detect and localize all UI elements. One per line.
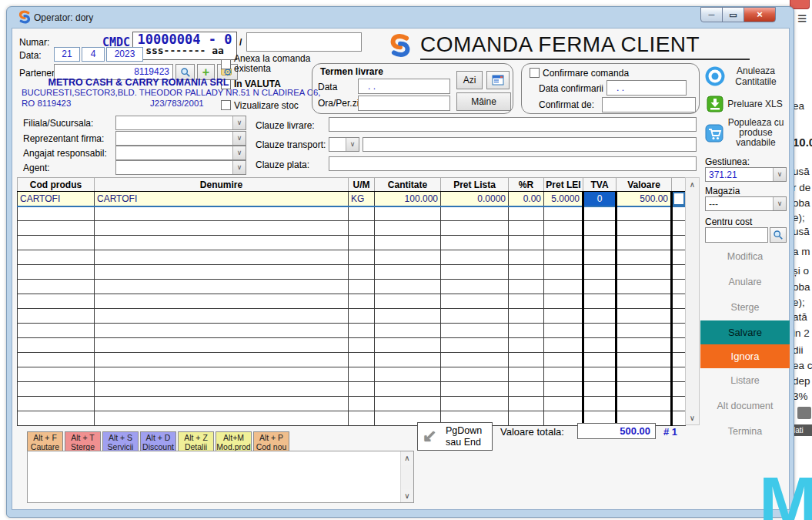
- grid-cell[interactable]: [441, 236, 509, 250]
- table-row[interactable]: [18, 338, 686, 353]
- grid-cell[interactable]: [617, 309, 672, 324]
- grid-cell[interactable]: [617, 367, 672, 382]
- grid-cell[interactable]: [18, 250, 95, 265]
- grid-cell[interactable]: [95, 382, 349, 397]
- grid-cell[interactable]: [349, 338, 375, 353]
- grid-cell[interactable]: [18, 367, 95, 382]
- grid-cell[interactable]: [509, 324, 544, 338]
- grid-cell[interactable]: [375, 250, 441, 265]
- grid-cell[interactable]: [672, 265, 686, 280]
- grid-cell[interactable]: [544, 353, 583, 367]
- action-alt-document[interactable]: Alt document: [700, 394, 790, 419]
- table-row[interactable]: [18, 309, 686, 324]
- column-header[interactable]: U/M: [349, 178, 375, 192]
- grid-cell[interactable]: [583, 367, 617, 382]
- grid-cell[interactable]: [583, 265, 617, 280]
- grid-cell[interactable]: [349, 236, 375, 250]
- grid-cell[interactable]: [349, 324, 375, 338]
- table-row[interactable]: [18, 367, 686, 382]
- grid-cell[interactable]: [95, 265, 349, 280]
- grid-cell[interactable]: [583, 221, 617, 236]
- grid-cell[interactable]: [441, 367, 509, 382]
- grid-cell[interactable]: [375, 236, 441, 250]
- azi-button[interactable]: Azi: [456, 71, 483, 89]
- grid-cell[interactable]: [544, 265, 583, 280]
- grid-cell[interactable]: [544, 280, 583, 294]
- grid-cell[interactable]: [349, 265, 375, 280]
- minimize-button[interactable]: ─: [700, 7, 723, 22]
- grid-cell[interactable]: [375, 265, 441, 280]
- grid-cell[interactable]: [441, 309, 509, 324]
- partner-search-button[interactable]: [175, 64, 195, 80]
- table-row[interactable]: [18, 250, 686, 265]
- grid-cell[interactable]: [583, 353, 617, 367]
- grid-cell[interactable]: [617, 294, 672, 309]
- grid-cell[interactable]: [544, 338, 583, 353]
- clauze-livrare-input[interactable]: [329, 117, 697, 132]
- grid-cell[interactable]: [544, 382, 583, 397]
- grid-cell[interactable]: [672, 280, 686, 294]
- grid-cell[interactable]: [441, 280, 509, 294]
- grid-cell[interactable]: [544, 397, 583, 411]
- grid-cell[interactable]: [509, 236, 544, 250]
- grid-cell[interactable]: [349, 411, 375, 426]
- grid-cell[interactable]: [441, 324, 509, 338]
- hotkey-sterge[interactable]: Alt + TSterge: [65, 431, 101, 452]
- grid-cell[interactable]: [349, 250, 375, 265]
- grid-cell[interactable]: [509, 265, 544, 280]
- grid-cell[interactable]: [509, 382, 544, 397]
- grid-cell[interactable]: [672, 294, 686, 309]
- grid-cell[interactable]: [375, 324, 441, 338]
- column-header[interactable]: Cantitate: [375, 178, 441, 192]
- column-header[interactable]: TVA: [583, 178, 617, 192]
- close-button[interactable]: ×: [743, 7, 776, 22]
- chevron-down-icon[interactable]: ∨: [232, 116, 246, 129]
- grid-cell[interactable]: [583, 382, 617, 397]
- grid-cell[interactable]: [544, 324, 583, 338]
- grid-cell[interactable]: 0.0000: [441, 192, 509, 206]
- grid-cell[interactable]: [95, 309, 349, 324]
- grid-cell[interactable]: [95, 367, 349, 382]
- grid-cell[interactable]: 500.00: [617, 192, 672, 206]
- column-header[interactable]: %R: [509, 178, 544, 192]
- grid-cell[interactable]: [18, 397, 95, 411]
- grid-cell[interactable]: [441, 397, 509, 411]
- grid-cell[interactable]: [583, 309, 617, 324]
- chevron-down-icon[interactable]: ∨: [232, 132, 246, 145]
- grid-cell[interactable]: [349, 382, 375, 397]
- grid-cell[interactable]: [18, 411, 95, 426]
- action-modifica[interactable]: Modifica: [700, 244, 790, 270]
- grid-cell[interactable]: [583, 338, 617, 353]
- grid-cell[interactable]: [349, 294, 375, 309]
- hamburger-menu-icon[interactable]: ≡: [797, 9, 807, 28]
- grid-cell[interactable]: 100.000: [375, 192, 441, 206]
- grid-cell[interactable]: [617, 382, 672, 397]
- grid-cell[interactable]: [18, 353, 95, 367]
- hotkey-discount[interactable]: Alt + DDiscount: [140, 431, 176, 452]
- action-ignora[interactable]: Ignora: [700, 344, 790, 368]
- grid-cell[interactable]: [672, 206, 686, 221]
- grid-cell[interactable]: [349, 221, 375, 236]
- grid-cell[interactable]: [441, 382, 509, 397]
- grid-cell[interactable]: [18, 338, 95, 353]
- grid-cell[interactable]: [544, 236, 583, 250]
- grid-cell[interactable]: [672, 221, 686, 236]
- grid-cell[interactable]: [375, 309, 441, 324]
- grid-cell[interactable]: CARTOFI: [95, 192, 349, 206]
- anexa-checkbox[interactable]: [221, 59, 231, 69]
- grid-cell[interactable]: [18, 382, 95, 397]
- centru-cost-input[interactable]: [705, 227, 768, 243]
- table-row[interactable]: [18, 397, 686, 411]
- centru-cost-search-button[interactable]: [770, 227, 787, 243]
- grid-cell[interactable]: [617, 265, 672, 280]
- grid-cell[interactable]: [509, 367, 544, 382]
- preluare-xls-button[interactable]: Preluare XLS: [707, 96, 787, 112]
- grid-cell[interactable]: [672, 382, 686, 397]
- table-row[interactable]: [18, 206, 686, 221]
- column-header[interactable]: Cod produs: [18, 178, 95, 192]
- grid-cell[interactable]: [349, 353, 375, 367]
- chevron-down-icon[interactable]: ∨: [232, 146, 246, 159]
- table-row[interactable]: [18, 411, 686, 426]
- grid-cell[interactable]: [441, 250, 509, 265]
- month-input[interactable]: 4: [82, 47, 105, 62]
